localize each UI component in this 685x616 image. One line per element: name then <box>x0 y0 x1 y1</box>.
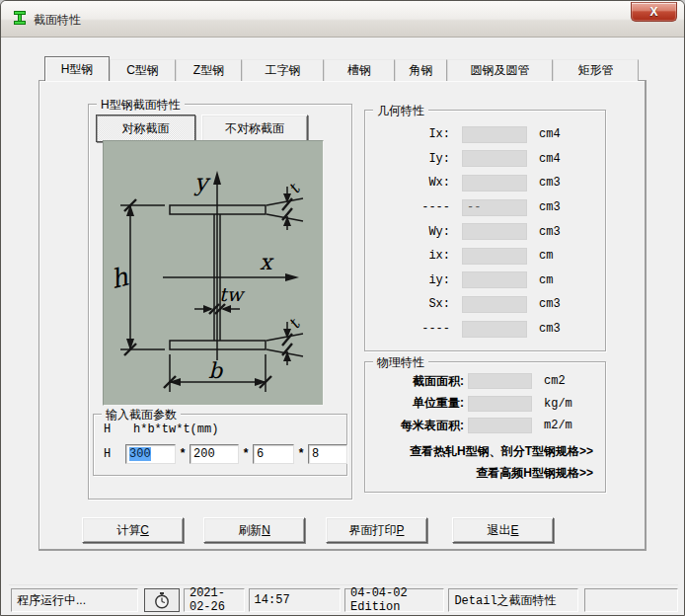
format-hint-row: H h*b*tw*t(mm) <box>104 423 218 436</box>
h-beam-cross-section-diagram: y x h b tw t t <box>103 140 324 406</box>
tab-rect-tube[interactable]: 矩形管 <box>553 59 639 81</box>
multiply-separator: * <box>176 447 190 461</box>
symmetric-section-button[interactable]: 对称截面 <box>96 115 195 142</box>
h-beam-diagram-svg: y x h b tw t t <box>104 141 323 405</box>
tab-h-steel[interactable]: H型钢 <box>44 56 110 81</box>
geometry-row-sx: Sx: cm3 <box>365 292 605 317</box>
diagram-tw-label: tw <box>219 283 246 305</box>
diagram-b-label: b <box>208 358 224 383</box>
status-module-cell: Detail之截面特性 <box>448 588 577 612</box>
geometry-value-field <box>462 150 527 167</box>
t-dimension-input[interactable]: 8 <box>308 444 347 464</box>
geometry-value-field <box>462 126 527 143</box>
h-dimension-input[interactable]: 300 <box>125 444 176 464</box>
title-bar[interactable]: 截面特性 X <box>1 1 684 38</box>
h-section-group-title: H型钢截面特性 <box>97 97 185 114</box>
status-running-cell: 程序运行中... <box>11 588 138 612</box>
tab-channel-steel[interactable]: 槽钢 <box>324 59 395 81</box>
geometry-row-iy-radius: iy: cm <box>365 269 605 293</box>
format-prefix: H <box>104 423 133 436</box>
input-params-groupbox: 输入截面参数 H h*b*tw*t(mm) H 300 * 200 * 6 * … <box>93 414 347 476</box>
geometry-groupbox: 几何特性 Ix: cm4 Iy: cm4 Wx: cm3 ---- -- cm3… <box>364 110 606 351</box>
high-freq-specs-link[interactable]: 查看高频H型钢规格>> <box>365 462 605 484</box>
input-params-group-title: 输入截面参数 <box>102 407 181 424</box>
status-time-cell: 14:57 <box>249 588 341 612</box>
ibeam-app-icon <box>12 10 28 26</box>
geometry-group-title: 几何特性 <box>373 103 428 119</box>
geometry-row-ix-radius: ix: cm <box>365 244 605 269</box>
tw-dimension-input[interactable]: 6 <box>253 444 294 464</box>
hot-rolled-specs-link[interactable]: 查看热轧H型钢、剖分T型钢规格>> <box>365 440 605 462</box>
diagram-h-label: h <box>108 262 131 294</box>
geometry-value-field <box>462 175 527 192</box>
status-edition-cell: 04-04-02 Edition <box>344 588 444 612</box>
tab-i-steel[interactable]: 工字钢 <box>242 59 324 81</box>
window-title: 截面特性 <box>34 12 81 29</box>
stopwatch-icon <box>153 591 171 609</box>
status-date-cell: 2021-02-26 <box>184 588 245 612</box>
diagram-y-axis-label: y <box>193 169 211 196</box>
status-timer-cell[interactable] <box>144 588 180 612</box>
geometry-row-wx: Wx: cm3 <box>365 171 605 195</box>
tab-z-steel[interactable]: Z型钢 <box>176 59 242 81</box>
geometry-value-field <box>462 223 527 240</box>
status-spare-cell <box>584 588 678 612</box>
geometry-row-iy: Iy: cm4 <box>365 147 605 172</box>
format-text: h*b*tw*t(mm) <box>133 423 218 436</box>
physical-row-surface: 每米表面积: m2/m <box>365 415 605 437</box>
physical-value-field <box>468 373 532 389</box>
geometry-value-field: -- <box>462 199 527 216</box>
geometry-value-field <box>462 296 527 313</box>
asymmetric-section-button[interactable]: 不对称截面 <box>201 115 308 142</box>
multiply-separator: * <box>239 447 253 461</box>
geometry-row-wy: Wy: cm3 <box>365 219 605 244</box>
tab-angle-steel[interactable]: 角钢 <box>395 59 447 81</box>
physical-value-field <box>468 418 532 433</box>
geometry-row-ix: Ix: cm4 <box>365 122 605 147</box>
physical-row-weight: 单位重量: kg/m <box>365 393 605 416</box>
exit-button[interactable]: 退出E <box>452 517 554 543</box>
calculate-button[interactable]: 计算C <box>82 517 184 543</box>
multiply-separator: * <box>294 447 308 461</box>
geometry-value-field <box>462 321 527 338</box>
section-properties-dialog: 截面特性 X H型钢 C型钢 Z型钢 工字钢 槽钢 角钢 圆钢及圆管 矩形管 H… <box>0 0 685 616</box>
row-prefix: H <box>104 447 125 461</box>
tab-c-steel[interactable]: C型钢 <box>110 59 176 81</box>
geometry-row-dash1: ---- -- cm3 <box>365 195 605 220</box>
physical-value-field <box>468 396 532 412</box>
b-dimension-input[interactable]: 200 <box>190 444 239 464</box>
close-button[interactable]: X <box>631 2 677 22</box>
print-button[interactable]: 界面打印P <box>326 517 427 543</box>
geometry-value-field <box>462 248 527 265</box>
close-icon: X <box>649 5 657 19</box>
status-bar: 程序运行中... 2021-02-26 14:57 04-04-02 Editi… <box>9 584 678 613</box>
diagram-x-axis-label: x <box>260 250 274 274</box>
physical-groupbox: 物理特性 截面面积: cm2 单位重量: kg/m 每米表面积: m2/m 查看… <box>364 361 606 493</box>
tab-round-steel-pipe[interactable]: 圆钢及圆管 <box>447 59 553 81</box>
section-type-tabs: H型钢 C型钢 Z型钢 工字钢 槽钢 角钢 圆钢及圆管 矩形管 <box>44 56 639 81</box>
dimension-input-row: H 300 * 200 * 6 * 8 <box>104 444 347 464</box>
geometry-row-dash2: ---- cm3 <box>365 317 605 342</box>
geometry-value-field <box>462 271 527 288</box>
physical-group-title: 物理特性 <box>373 354 428 371</box>
physical-row-area: 截面面积: cm2 <box>365 370 605 393</box>
refresh-button[interactable]: 刷新N <box>203 517 305 543</box>
